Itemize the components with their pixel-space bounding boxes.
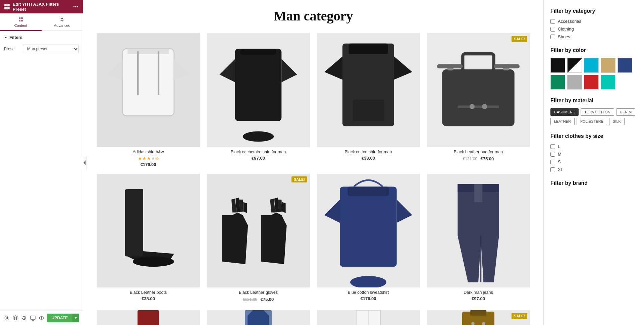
product-info-3: Black Leather bag for man €121.00 €75.00	[454, 150, 503, 162]
main-content: Man category Adidas shirt b&w ★★★★½	[83, 0, 543, 325]
layers-icon[interactable]	[13, 315, 18, 321]
sidebar-tabs: Content Advanced	[0, 13, 83, 31]
material-cashmere[interactable]: CASHMERE	[550, 108, 579, 116]
svg-rect-58	[470, 310, 486, 316]
product-card-2[interactable]: Black cotton shirt for man €38.00	[317, 33, 420, 167]
product-info-6: Blue cotton sweatshirt €176.00	[348, 290, 389, 301]
color-gray[interactable]	[567, 75, 582, 90]
tab-advanced[interactable]: Advanced	[42, 13, 83, 31]
product-card-11[interactable]: SALE!	[427, 310, 530, 325]
material-poliestere[interactable]: POLIESTERE	[577, 118, 607, 125]
product-price-7: €97.00	[464, 296, 493, 301]
update-button[interactable]: UPDATE	[47, 314, 72, 322]
product-grid-partial: SALE!	[97, 310, 530, 325]
star-rating-0: ★★★★½	[132, 156, 164, 161]
product-card-6[interactable]: Blue cotton sweatshirt €176.00	[317, 174, 420, 302]
settings-icon[interactable]	[4, 315, 9, 321]
svg-rect-39	[125, 189, 143, 256]
product-info-5: Black Leather gloves €121.00 €75.00	[239, 290, 278, 302]
product-card-0[interactable]: Adidas shirt b&w ★★★★½ €176.00	[97, 33, 200, 167]
label-size-l: L	[558, 144, 560, 149]
product-price-3: €75.00	[481, 156, 494, 161]
product-price-4: €38.00	[130, 296, 167, 301]
update-button-arrow[interactable]: ▾	[72, 314, 79, 322]
product-price-row-5: €121.00 €75.00	[239, 296, 278, 302]
checkbox-clothing[interactable]	[550, 27, 555, 32]
product-card-8[interactable]	[97, 310, 200, 325]
label-size-m: M	[558, 152, 561, 157]
product-info-0: Adidas shirt b&w ★★★★½ €176.00	[132, 150, 164, 167]
svg-rect-28	[442, 69, 515, 126]
color-black[interactable]	[550, 58, 565, 73]
sidebar-header: Edit YITH AJAX Filters Preset	[0, 0, 83, 13]
sidebar-content: Filters Preset Man preset Woman preset	[0, 31, 83, 325]
svg-point-10	[6, 317, 8, 319]
color-green[interactable]	[550, 75, 565, 90]
material-denim[interactable]: DENIM	[616, 108, 635, 116]
collapse-handle[interactable]	[83, 156, 87, 169]
product-card-3[interactable]: SALE! Black Leather bag for man	[427, 33, 530, 167]
filter-category-title: Filter by category	[550, 8, 637, 14]
checkbox-size-m[interactable]	[550, 152, 555, 157]
checkbox-size-l[interactable]	[550, 144, 555, 149]
color-turquoise[interactable]	[601, 75, 615, 90]
svg-rect-36	[494, 64, 520, 68]
product-card-1[interactable]: Black cachemire shirt for man €97.00	[207, 33, 310, 167]
material-silk[interactable]: SILK	[609, 118, 625, 125]
history-icon[interactable]	[21, 315, 27, 321]
svg-rect-26	[353, 100, 384, 121]
product-image-7	[427, 174, 530, 287]
svg-rect-32	[458, 106, 499, 108]
product-name-1: Black cachemire shirt for man	[231, 150, 286, 154]
color-cyan[interactable]	[584, 58, 599, 73]
product-name-7: Dark man jeans	[464, 290, 493, 295]
product-image-8	[97, 310, 200, 325]
checkbox-accessories[interactable]	[550, 19, 555, 24]
product-price-5: €75.00	[261, 297, 274, 302]
material-leather[interactable]: LEATHER	[550, 118, 575, 125]
svg-point-6	[77, 6, 78, 7]
sale-badge-5: SALE!	[291, 176, 307, 182]
preset-select[interactable]: Man preset Woman preset	[23, 45, 79, 53]
preset-label: Preset	[4, 47, 20, 51]
filter-brand-section: Filter by brand	[550, 180, 637, 186]
product-name-0: Adidas shirt b&w	[132, 150, 164, 154]
filter-size-title: Filter clothes by size	[550, 133, 637, 139]
svg-point-59	[471, 322, 475, 325]
product-card-5[interactable]: SALE! Black Leath	[207, 174, 310, 302]
filter-material-section: Filter by material CASHMERE 100% COTTON …	[550, 98, 637, 125]
color-black-white[interactable]	[567, 58, 582, 73]
product-image-10	[317, 310, 420, 325]
product-price-0: €176.00	[132, 162, 164, 167]
svg-point-34	[482, 104, 487, 109]
tab-content[interactable]: Content	[0, 13, 42, 31]
svg-point-7	[61, 18, 63, 20]
svg-marker-9	[84, 160, 86, 165]
product-price-1: €97.00	[231, 156, 286, 161]
color-navy[interactable]	[618, 58, 632, 73]
color-tan[interactable]	[601, 58, 615, 73]
checkbox-size-s[interactable]	[550, 160, 555, 164]
monitor-icon[interactable]	[30, 315, 36, 321]
eye-icon[interactable]	[39, 315, 44, 321]
product-card-4[interactable]: Black Leather boots €38.00	[97, 174, 200, 302]
svg-rect-20	[235, 49, 282, 121]
product-card-9[interactable]	[207, 310, 310, 325]
product-image-11: SALE!	[427, 310, 530, 325]
checkbox-shoes[interactable]	[550, 35, 555, 39]
filter-size-m: M	[550, 152, 637, 157]
product-original-price-5: €121.00	[243, 297, 257, 302]
color-red[interactable]	[584, 75, 599, 90]
product-image-3: SALE!	[427, 33, 530, 147]
checkbox-size-xl[interactable]	[550, 167, 555, 172]
svg-rect-1	[7, 4, 10, 6]
svg-point-22	[243, 131, 274, 142]
product-card-7[interactable]: Dark man jeans €97.00	[427, 174, 530, 302]
product-price-6: €176.00	[348, 296, 389, 301]
filters-section-toggle[interactable]: Filters	[4, 35, 79, 40]
material-cotton[interactable]: 100% COTTON	[581, 108, 614, 116]
svg-point-38	[133, 256, 174, 267]
svg-marker-8	[4, 37, 7, 38]
product-card-10[interactable]	[317, 310, 420, 325]
svg-rect-2	[4, 7, 7, 9]
